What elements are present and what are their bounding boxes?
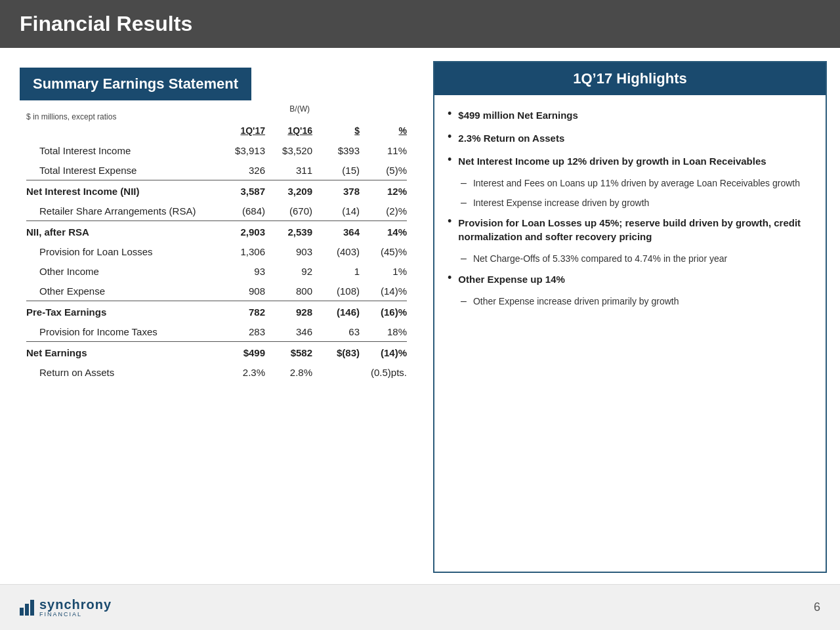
sub-bullet-text: Interest Expense increase driven by grow… — [473, 197, 649, 210]
row-val: (108) — [312, 285, 360, 297]
col-header-dollar: $ — [312, 125, 360, 136]
highlights-content: •$499 million Net Earnings•2.3% Return o… — [434, 95, 826, 572]
table-row: Provision for Income Taxes2833466318% — [26, 322, 407, 342]
row-val: 800 — [265, 285, 312, 297]
table-row: Net Interest Income (NII)3,5873,20937812… — [26, 182, 407, 201]
row-val: 326 — [218, 165, 265, 176]
row-val: 2.3% — [218, 367, 265, 378]
table-row: Net Earnings$499$582$(83)(14)% — [26, 343, 407, 363]
table-row: Total Interest Income$3,913$3,520$39311% — [26, 141, 407, 161]
row-label: NII, after RSA — [26, 226, 218, 238]
row-val: 1 — [312, 266, 360, 277]
row-val: (16)% — [360, 306, 407, 318]
bw-label: B/(W) — [289, 104, 310, 114]
row-val: (670) — [265, 205, 312, 217]
highlights-title: 1Q’17 Highlights — [434, 62, 826, 95]
row-val: 14% — [360, 226, 407, 238]
bullet-dot-icon: • — [448, 153, 452, 167]
footer: synchrony FINANCIAL 6 — [0, 584, 840, 630]
sub-bullet-text: Interest and Fees on Loans up 11% driven… — [473, 177, 800, 190]
row-label: Other Income — [26, 266, 218, 277]
row-val: $582 — [265, 347, 312, 358]
col-header-1q17: 1Q'17 — [218, 125, 265, 136]
main-content: Summary Earnings Statement $ in millions… — [0, 48, 840, 579]
row-label: Provision for Income Taxes — [26, 326, 218, 337]
table-row: Pre-Tax Earnings782928(146)(16)% — [26, 303, 407, 322]
row-label: Pre-Tax Earnings — [26, 306, 218, 318]
sub-bullet-dash-icon: – — [461, 295, 467, 307]
col-header-1q16: 1Q'16 — [265, 125, 312, 136]
logo-text-sub: FINANCIAL — [39, 611, 112, 618]
row-val: (14)% — [360, 347, 407, 358]
bullet-text: 2.3% Return on Assets — [458, 131, 564, 145]
left-panel: Summary Earnings Statement $ in millions… — [13, 61, 420, 573]
row-val: 1,306 — [218, 246, 265, 257]
row-val: 346 — [265, 326, 312, 337]
bullet-dot-icon: • — [448, 271, 452, 285]
row-val: $3,913 — [218, 145, 265, 156]
row-val: (146) — [312, 306, 360, 318]
column-headers: 1Q'17 1Q'16 $ % — [26, 125, 407, 136]
row-val: $3,520 — [265, 145, 312, 156]
row-val: (45)% — [360, 246, 407, 257]
row-val: 364 — [312, 226, 360, 238]
row-val: 12% — [360, 186, 407, 197]
table-subtitle: $ in millions, except ratios — [26, 112, 407, 121]
row-label: Net Earnings — [26, 347, 218, 358]
header: Financial Results — [0, 0, 840, 48]
table-row: Total Interest Expense326311(15)(5)% — [26, 161, 407, 180]
row-val: $499 — [218, 347, 265, 358]
row-val: 2.8% — [265, 367, 312, 378]
row-label: Retailer Share Arrangements (RSA) — [26, 205, 218, 217]
row-val: (2)% — [360, 205, 407, 217]
sub-bullet-item: –Interest and Fees on Loans up 11% drive… — [461, 177, 812, 190]
table-row: Provision for Loan Losses1,306903(403)(4… — [26, 242, 407, 262]
table-row: Other Expense908800(108)(14)% — [26, 282, 407, 301]
row-val: 908 — [218, 285, 265, 297]
row-val: 311 — [265, 165, 312, 176]
row-val: (684) — [218, 205, 265, 217]
bullet-item: •Other Expense up 14% — [448, 272, 812, 286]
row-val: (14) — [312, 205, 360, 217]
sub-bullet-text: Other Expense increase driven primarily … — [473, 295, 679, 308]
summary-title: Summary Earnings Statement — [20, 68, 251, 100]
bullet-item: •2.3% Return on Assets — [448, 131, 812, 145]
sub-bullet-dash-icon: – — [461, 197, 467, 209]
bullet-text: $499 million Net Earnings — [458, 108, 578, 122]
row-val: 928 — [265, 306, 312, 318]
row-val: (14)% — [360, 285, 407, 297]
bullet-dot-icon: • — [448, 130, 452, 144]
sub-bullet-item: –Other Expense increase driven primarily… — [461, 295, 812, 308]
row-val: 3,587 — [218, 186, 265, 197]
row-label: Total Interest Expense — [26, 165, 218, 176]
table-row: Other Income939211% — [26, 262, 407, 282]
bullet-dot-icon: • — [448, 215, 452, 228]
bullet-text: Provision for Loan Losses up 45%; reserv… — [458, 216, 812, 243]
page-title: Financial Results — [20, 12, 192, 36]
row-val: (5)% — [360, 165, 407, 176]
row-val: 378 — [312, 186, 360, 197]
bullet-item: •Provision for Loan Losses up 45%; reser… — [448, 216, 812, 243]
bullet-item: •$499 million Net Earnings — [448, 108, 812, 122]
row-label: Other Expense — [26, 285, 218, 297]
row-label: Net Interest Income (NII) — [26, 186, 218, 197]
right-panel: 1Q’17 Highlights •$499 million Net Earni… — [433, 61, 827, 573]
page-number: 6 — [814, 600, 820, 614]
bullet-dot-icon: • — [448, 107, 452, 121]
row-val: (403) — [312, 246, 360, 257]
bullet-item: •Net Interest Income up 12% driven by gr… — [448, 154, 812, 168]
row-val: (15) — [312, 165, 360, 176]
earnings-table: $ in millions, except ratios B/(W) 1Q'17… — [20, 112, 413, 383]
row-val: 11% — [360, 145, 407, 156]
row-val: 92 — [265, 266, 312, 277]
sub-bullet-dash-icon: – — [461, 177, 467, 189]
row-label: Provision for Loan Losses — [26, 246, 218, 257]
bullet-text: Other Expense up 14% — [458, 272, 565, 286]
row-label: Total Interest Income — [26, 145, 218, 156]
logo: synchrony FINANCIAL — [20, 597, 112, 618]
row-label: Return on Assets — [26, 367, 218, 378]
row-val: 93 — [218, 266, 265, 277]
row-val: 903 — [265, 246, 312, 257]
table-row: Return on Assets2.3%2.8%(0.5)pts. — [26, 363, 407, 383]
row-val: 283 — [218, 326, 265, 337]
